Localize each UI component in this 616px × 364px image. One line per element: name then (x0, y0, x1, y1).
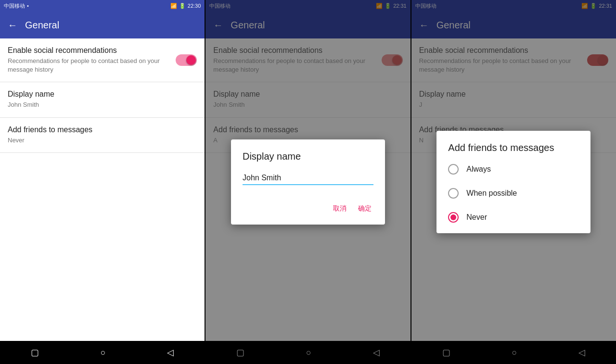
settings-list-1: Enable social recommendations Recommenda… (0, 38, 205, 341)
dialog-input-field[interactable] (243, 172, 373, 184)
radio-never-circle (448, 212, 459, 223)
dialog-input-wrapper-2 (243, 172, 373, 185)
add-friends-item-1[interactable]: Add friends to messages Never (0, 118, 205, 153)
add-friends-subtitle-1: Never (8, 136, 197, 145)
dialog-overlay-3: Add friends to messages Always When poss… (411, 0, 616, 364)
social-rec-toggle-1[interactable] (176, 54, 197, 66)
app-bar-1: ← General (0, 12, 205, 38)
bluetooth-icon-1: • (27, 3, 29, 9)
dialog-confirm-button[interactable]: 确定 (356, 201, 373, 217)
panel-3: 中国移动 📶 🔋 22:31 ← General Enable social r… (411, 0, 616, 364)
radio-when-possible-item[interactable]: When possible (436, 181, 590, 205)
carrier-label-1: 中国移动 (4, 2, 25, 10)
battery-icon-1: 🔋 (179, 3, 186, 9)
radio-when-possible-label: When possible (466, 189, 517, 198)
app-bar-title-1: General (25, 20, 59, 31)
panel-2: 中国移动 📶 🔋 22:31 ← General Enable social r… (205, 0, 410, 364)
radio-never-item[interactable]: Never (436, 205, 590, 229)
status-bar-right-1: 📶 🔋 22:30 (170, 3, 201, 9)
social-rec-title-1: Enable social recommendations (8, 46, 176, 55)
dialog-title-2: Display name (243, 151, 373, 162)
display-name-subtitle-1: John Smith (8, 100, 197, 109)
dialog-overlay-2: Display name 取消 确定 (205, 0, 410, 364)
nav-circle-1[interactable]: ○ (101, 348, 106, 358)
wifi-icon-1: 📶 (170, 3, 177, 9)
radio-always-circle (448, 164, 459, 175)
status-bar-1: 中国移动 • 📶 🔋 22:30 (0, 0, 205, 12)
dialog-cancel-button[interactable]: 取消 (331, 201, 348, 217)
dialog-actions-2: 取消 确定 (243, 197, 373, 221)
social-rec-item-1[interactable]: Enable social recommendations Recommenda… (0, 38, 205, 82)
radio-dialog-title: Add friends to messages (436, 142, 590, 153)
toggle-knob-1 (186, 55, 196, 65)
nav-back-1[interactable]: ◁ (167, 347, 174, 358)
display-name-title-1: Display name (8, 90, 197, 99)
back-button-1[interactable]: ← (8, 20, 17, 31)
social-rec-subtitle-1: Recommendations for people to contact ba… (8, 57, 176, 74)
add-friends-dialog: Add friends to messages Always When poss… (436, 131, 590, 233)
display-name-dialog: Display name 取消 确定 (231, 139, 385, 225)
radio-always-label: Always (466, 165, 491, 174)
add-friends-text-1: Add friends to messages Never (8, 126, 197, 145)
time-label-1: 22:30 (188, 3, 201, 9)
display-name-item-1[interactable]: Display name John Smith (0, 82, 205, 117)
bottom-nav-1: ▢ ○ ◁ (0, 341, 205, 364)
radio-always-item[interactable]: Always (436, 157, 590, 181)
social-rec-text-1: Enable social recommendations Recommenda… (8, 46, 176, 74)
status-bar-left-1: 中国移动 • (4, 2, 29, 10)
radio-when-possible-circle (448, 188, 459, 199)
nav-square-1[interactable]: ▢ (31, 347, 39, 358)
display-name-text-1: Display name John Smith (8, 90, 197, 109)
add-friends-title-1: Add friends to messages (8, 126, 197, 134)
panel-1: 中国移动 • 📶 🔋 22:30 ← General Enable social… (0, 0, 205, 364)
radio-never-label: Never (466, 213, 487, 222)
